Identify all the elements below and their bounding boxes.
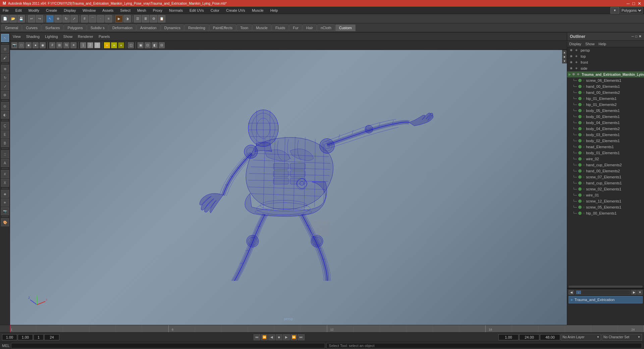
play-fwd-btn[interactable]: ▶	[283, 334, 290, 340]
shading-smooth-btn[interactable]: ●	[33, 42, 39, 48]
step-fwd-btn[interactable]: ⏩	[290, 334, 297, 340]
tab-deformation[interactable]: Deformation	[109, 24, 136, 31]
menu-normals[interactable]: Normals	[168, 8, 184, 13]
history-btn[interactable]: ☰	[134, 15, 141, 22]
move-tool-btn[interactable]: ⊕	[54, 15, 62, 22]
scroll-right-btn[interactable]: ▶	[631, 290, 637, 295]
paint-skin-btn[interactable]: 🎨	[1, 218, 9, 226]
outliner-close-btn[interactable]: ✕	[639, 35, 641, 38]
outliner-item-13[interactable]: └─ ○ wire_02	[567, 156, 644, 162]
sculpt-btn[interactable]: ◐	[1, 111, 9, 119]
go-start-btn[interactable]: ⏮	[254, 334, 260, 340]
quality-low-btn[interactable]: 1	[80, 42, 86, 48]
menu-muscle[interactable]: Muscle	[251, 8, 265, 13]
snap-surface-btn[interactable]: ≡	[105, 15, 112, 22]
outliner-item-21[interactable]: └─ ○ screw_05_Elements1	[567, 204, 644, 210]
scroll-left-btn[interactable]: ◀	[569, 290, 574, 295]
xray-btn[interactable]: X	[1, 179, 9, 187]
curve-cv-btn[interactable]: Ç	[1, 122, 9, 130]
outliner-min-btn[interactable]: ─	[632, 35, 634, 38]
light1-btn[interactable]: ●	[104, 42, 110, 48]
paint-select-btn[interactable]: 🖌	[1, 54, 9, 62]
scale-btn[interactable]: ⤢	[1, 82, 9, 90]
manip-btn[interactable]: ⚙	[1, 91, 9, 99]
render-btn[interactable]: ▶	[115, 15, 123, 22]
select-mode-btn[interactable]: ↖	[1, 34, 9, 42]
outliner-item-17[interactable]: └─ ○ hand_cup_Elements1	[567, 180, 644, 186]
step-back-btn[interactable]: ⏪	[261, 334, 268, 340]
channel-box-btn[interactable]: ≣	[142, 15, 149, 22]
light2-btn[interactable]: ●	[111, 42, 117, 48]
select-tool-btn[interactable]: ↖	[46, 15, 54, 22]
outliner-max-btn[interactable]: □	[635, 35, 637, 38]
tab-surfaces[interactable]: Surfaces	[42, 24, 63, 31]
mode-selector[interactable]: ▼	[610, 7, 619, 14]
tex-display-btn[interactable]: ⊞	[56, 42, 62, 48]
new-scene-btn[interactable]: 📄	[1, 15, 9, 22]
corner-bot-btn[interactable]: ▼	[562, 59, 567, 63]
grid-toggle-btn[interactable]: #	[49, 42, 55, 48]
anim-end-input[interactable]	[519, 334, 539, 340]
outliner-item-persp[interactable]: ◉ ◈ persp	[567, 47, 644, 53]
outliner-item-11[interactable]: └─ ○ head_Elements1	[567, 144, 644, 150]
rotate-tool-btn[interactable]: ↻	[62, 15, 70, 22]
undo-btn[interactable]: ↩	[28, 15, 35, 22]
menu-color[interactable]: Color	[209, 8, 221, 13]
command-input[interactable]	[11, 343, 325, 348]
menu-window[interactable]: Window	[81, 8, 97, 13]
close-button[interactable]: ✕	[638, 1, 641, 6]
cam-select-btn[interactable]: 📷	[11, 42, 17, 48]
start-frame-input[interactable]	[18, 334, 33, 340]
panels-menu[interactable]: Panels	[97, 34, 111, 39]
menu-proxy[interactable]: Proxy	[152, 8, 164, 13]
tab-ncloth[interactable]: nCloth	[317, 24, 335, 31]
move-btn[interactable]: ⊕	[1, 65, 9, 73]
tab-dynamics[interactable]: Dynamics	[161, 24, 184, 31]
frame-step-input[interactable]	[34, 334, 44, 340]
tab-painteffects[interactable]: PaintEffects	[209, 24, 236, 31]
menu-create[interactable]: Create	[45, 8, 58, 13]
tab-fur[interactable]: Fur	[289, 24, 302, 31]
no-char-set-dropdown[interactable]: No Character Set ▼	[602, 334, 642, 341]
menu-edit-uvs[interactable]: Edit UVs	[188, 8, 205, 13]
tab-muscle[interactable]: Muscle	[252, 24, 271, 31]
layout2-btn[interactable]: ⊡	[145, 42, 151, 48]
ipr-btn[interactable]: ◑	[123, 15, 131, 22]
bookmark-btn[interactable]: ⊟	[159, 42, 165, 48]
measure-btn[interactable]: ⌶	[1, 150, 9, 158]
menu-help[interactable]: Help	[269, 8, 279, 13]
no-anim-layer-dropdown[interactable]: No Anim Layer ▼	[561, 334, 601, 341]
outliner-show-menu[interactable]: Show	[585, 42, 595, 46]
isolate-btn[interactable]: ◫	[128, 42, 134, 48]
lasso-btn[interactable]: ⊙	[1, 45, 9, 53]
lighting-menu[interactable]: Lighting	[44, 34, 59, 39]
light-mode-btn[interactable]: ☀	[70, 42, 76, 48]
outliner-item-top[interactable]: ◉ ◈ top	[567, 53, 644, 59]
corner-mid-btn[interactable]: ■	[562, 55, 567, 59]
shading-menu[interactable]: Shading	[25, 34, 41, 39]
light3-btn[interactable]: ●	[118, 42, 124, 48]
outliner-item-18[interactable]: └─ ○ screw_02_Elements1	[567, 186, 644, 192]
grid-btn[interactable]: #	[1, 170, 9, 178]
anim-start-input[interactable]	[498, 334, 519, 340]
menu-file[interactable]: File	[1, 8, 10, 13]
outliner-item-9[interactable]: └─ ○ body_03_Elements1	[567, 132, 644, 138]
outliner-lower-item[interactable]: ▶ Trauma_and_Extrication	[569, 296, 643, 303]
outliner-item-10[interactable]: └─ ○ body_02_Elements1	[567, 138, 644, 144]
outliner-item-20[interactable]: └─ ○ screw_12_Elements1	[567, 198, 644, 204]
text-btn[interactable]: A	[1, 159, 9, 167]
outliner-item-14[interactable]: └─ ○ hand_cup_Elements2	[567, 162, 644, 168]
outliner-item-side[interactable]: ◉ ◈ side	[567, 65, 644, 71]
timeline-track[interactable]: 1 6 12	[10, 325, 644, 332]
stop-btn[interactable]: ■	[276, 334, 282, 340]
menu-create-uvs[interactable]: Create UVs	[225, 8, 247, 13]
attr-editor-btn[interactable]: ⚙	[150, 15, 157, 22]
menu-display[interactable]: Display	[62, 8, 77, 13]
scroll-track[interactable]: V	[575, 290, 631, 295]
outliner-item-19[interactable]: └─ ○ wire_01	[567, 192, 644, 198]
menu-modify[interactable]: Modify	[27, 8, 41, 13]
tab-hair[interactable]: Hair	[303, 24, 317, 31]
tab-toon[interactable]: Toon	[236, 24, 252, 31]
outliner-item-6[interactable]: └─ ○ body_00_Elements1	[567, 114, 644, 120]
quality-med-btn[interactable]: 2	[87, 42, 93, 48]
